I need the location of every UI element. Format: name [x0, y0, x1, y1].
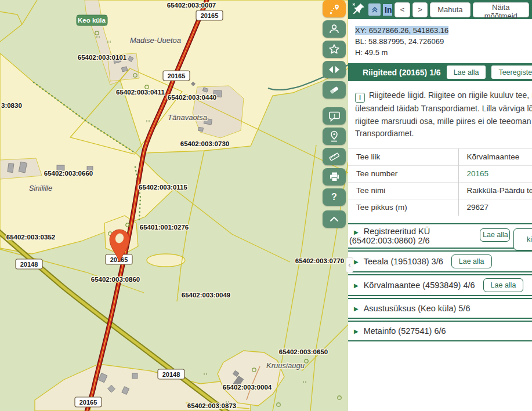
attr-label: Tee number — [348, 165, 458, 182]
feedback-icon: ! — [329, 111, 340, 122]
route-measure-icon — [329, 3, 340, 14]
print-button[interactable] — [323, 168, 346, 186]
road-badge: 20165 — [196, 10, 223, 20]
cadastral-label: 65402:003:0411 — [116, 89, 165, 96]
download-button[interactable]: Lae alla — [480, 228, 510, 242]
place-name: Madise-Uuetoa — [130, 36, 181, 45]
svg-text:!: ! — [334, 112, 335, 118]
section-title: Asustusüksus (Keo küla) 5/6 — [364, 304, 471, 313]
info-line: riigitee marsruudi osa, mille piires ei … — [355, 115, 532, 128]
cadastral-label: 65402:003:0660 — [44, 170, 93, 177]
cadastral-label: 65402:003:0650 — [279, 348, 328, 355]
village-badge: Keo küla — [77, 15, 107, 26]
route-measure-tool-button[interactable] — [323, 0, 346, 17]
star-icon — [328, 43, 340, 55]
section-metainfo[interactable]: ▶ Metainfo (527541) 6/6 — [348, 321, 532, 341]
info-line: Transpordiamet. — [355, 128, 532, 140]
attribute-table: Tee liik Kõrvalmaantee Tee number 20165 … — [348, 148, 532, 216]
section-registered-parcel[interactable]: ▶Registreeritud KÜ (65402:003:0860) 2/6 … — [348, 223, 532, 249]
info-icon: i — [355, 93, 365, 103]
svg-text:20165: 20165 — [168, 72, 186, 79]
user-button[interactable] — [323, 20, 346, 38]
feature-title: Riigiteed (20165) 1/6 — [363, 68, 441, 77]
place-name: Tänavaotsa — [168, 113, 207, 122]
cadastral-label: 65402:003:0007 — [167, 2, 216, 9]
favorites-button[interactable] — [323, 41, 346, 58]
restrictions-button[interactable]: kitse — [513, 228, 532, 250]
download-button[interactable]: Lae alla — [447, 66, 486, 79]
eraser-button[interactable] — [323, 81, 346, 99]
download-button[interactable]: Lae alla — [483, 278, 524, 292]
help-button[interactable]: ? — [323, 188, 346, 206]
attr-value: Raikküla-Päärdu tee — [458, 182, 532, 199]
measure-button[interactable] — [323, 148, 346, 165]
map-svg: 65402:003:0007 65402:003:0101 65402:003:… — [0, 0, 348, 411]
section-title: Metainfo (527541) 6/6 — [364, 326, 446, 336]
map-toolbar: ! ? — [323, 0, 346, 228]
feedback-button[interactable]: ! — [323, 107, 346, 125]
cadastral-label: 65402:003:0352 — [6, 234, 55, 241]
xgis-app: 65402:003:0007 65402:003:0101 65402:003:… — [0, 0, 532, 411]
expand-triangle-icon: ▶ — [354, 229, 359, 235]
pushpin-icon[interactable] — [351, 2, 366, 18]
section-settlement[interactable]: ▶ Asustusüksus (Keo küla) 5/6 — [348, 298, 532, 319]
map-canvas[interactable]: 65402:003:0007 65402:003:0101 65402:003:… — [0, 0, 348, 411]
info-text-block: iRiigiteede liigid. Riigitee on riigile … — [348, 81, 532, 147]
section-side-road[interactable]: ▶ Kõrvalmaantee (4593849) 4/6 Lae alla — [348, 274, 532, 296]
cadastral-label: 65402:003:0873 — [187, 402, 236, 409]
section-road-area[interactable]: ▶ Teeala (1951038) 3/6 Lae alla — [348, 250, 532, 272]
road-badge: 20165 — [75, 397, 102, 407]
panel-minimize-control[interactable] — [368, 3, 381, 16]
show-measurements-button[interactable]: Näita mõõtmeid — [473, 2, 529, 17]
eraser-icon — [328, 85, 340, 95]
fit-button[interactable]: Mahuta — [430, 2, 470, 17]
cadastral-label: 65402:003:0770 — [295, 257, 344, 264]
place-name: Kruusiaugu — [266, 361, 305, 370]
section-title: Teeala (1951038) 3/6 — [364, 257, 443, 266]
svg-text:20165: 20165 — [201, 12, 219, 19]
table-row: Tee nimi Raikküla-Päärdu tee — [348, 182, 532, 199]
marker-icon — [329, 130, 339, 142]
table-row: Tee pikkus (m) 29627 — [348, 199, 532, 216]
svg-text:20148: 20148 — [20, 261, 38, 268]
info-panel: In < > Mahuta Näita mõõtmeid XY: 6527866… — [348, 0, 532, 411]
cadastral-label: 65402:003:0049 — [182, 292, 230, 299]
user-icon — [328, 23, 340, 35]
coordinates-block: XY: 6527866.26, 541863.16 BL: 58.887995,… — [348, 19, 532, 63]
swipe-compare-button[interactable] — [323, 61, 346, 78]
accordion-sections: ▶Registreeritud KÜ (65402:003:0860) 2/6 … — [348, 223, 532, 341]
expand-triangle-icon: ▶ — [354, 282, 359, 289]
add-marker-button[interactable] — [323, 128, 346, 145]
measure-ruler-icon — [328, 151, 340, 162]
panel-collapse-handle[interactable]: ‹ — [346, 257, 353, 272]
chevron-up-icon — [330, 216, 339, 222]
panel-header: In < > Mahuta Näita mõõtmeid — [348, 0, 532, 19]
cadastral-label: 65402:003:0101 — [78, 54, 127, 61]
svg-text:20148: 20148 — [162, 371, 180, 378]
svg-text:Keo küla: Keo küla — [78, 17, 106, 24]
expand-triangle-icon: ▶ — [354, 259, 359, 265]
cadastral-label: 65402:003:0115 — [139, 184, 187, 191]
road-number-link[interactable]: 20165 — [458, 165, 532, 182]
cadastral-label: 65402:003:0730 — [180, 140, 229, 147]
print-icon — [329, 172, 340, 182]
expand-triangle-icon: ▶ — [354, 305, 359, 312]
next-feature-button[interactable]: > — [412, 2, 428, 17]
toolbar-collapse-button[interactable] — [323, 210, 346, 228]
cadastral-label: 65401:001:0276 — [140, 224, 189, 231]
feature-section-header[interactable]: Riigiteed (20165) 1/6 Lae alla Teeregist… — [348, 63, 532, 81]
attr-value: Kõrvalmaantee — [458, 148, 532, 165]
cadastral-label: 65402:003:0860 — [91, 276, 140, 283]
info-tab-label[interactable]: In — [383, 4, 392, 16]
help-icon: ? — [331, 192, 337, 202]
road-badge: 20165 — [163, 71, 190, 81]
section-title: Registreeritud KÜ — [364, 227, 430, 236]
prev-feature-button[interactable]: < — [395, 2, 410, 17]
svg-text:20165: 20165 — [79, 399, 97, 406]
attr-value: 29627 — [458, 199, 532, 216]
download-button[interactable]: Lae alla — [451, 254, 492, 268]
road-register-button[interactable]: Teeregister — [491, 66, 532, 79]
cadastral-label: 65402:003:0004 — [223, 384, 272, 391]
info-line: Riigiteede liigid. Riigitee on riigile k… — [369, 90, 532, 100]
table-row: Tee liik Kõrvalmaantee — [348, 148, 532, 165]
